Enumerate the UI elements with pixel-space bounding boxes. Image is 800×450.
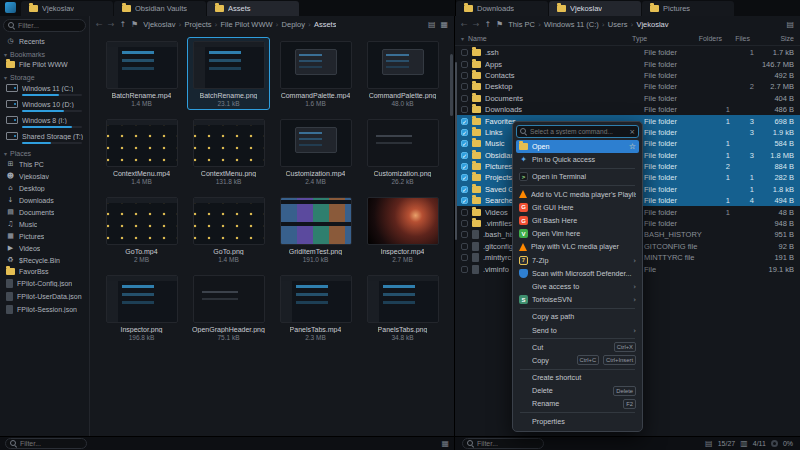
file-tile-contextmenu-png[interactable]: ContextMenu.png131.8 kB (187, 115, 270, 188)
menu-item-tortoisesvn[interactable]: STortoiseSVN› (516, 293, 639, 306)
left-pane-filter-input[interactable] (20, 440, 82, 447)
sidebar-item-fpilot-userdata-json[interactable]: FPilot-UserData.json (0, 290, 89, 303)
up-icon[interactable]: ↑ (119, 20, 126, 29)
sidebar-item-vjekoslav[interactable]: ☻Vjekoslav (0, 170, 89, 182)
table-row-downloads[interactable]: DownloadsFile folder1486 B (455, 104, 800, 115)
breadcrumb-segment[interactable]: Assets (314, 20, 337, 29)
row-checkbox[interactable]: ✓ (461, 163, 468, 170)
menu-item-rename[interactable]: RenameF2 (516, 397, 639, 410)
sidebar-item-favorbss[interactable]: FavorBss (0, 266, 89, 277)
sidebar-item-fpilot-session-json[interactable]: FPilot-Session.json (0, 303, 89, 316)
menu-item-cut[interactable]: CutCtrl+X (516, 341, 639, 354)
chevron-down-icon[interactable]: ▾ (461, 35, 464, 42)
tab-vjekoslav[interactable]: Vjekoslav (21, 1, 113, 16)
table-row-ssh[interactable]: .sshFile folder11.7 kB (455, 47, 800, 58)
sidebar-item-videos[interactable]: ▶Videos (0, 242, 89, 254)
menu-item-scan-with-microsoft-defender[interactable]: Scan with Microsoft Defender... (516, 267, 639, 280)
back-icon[interactable]: ← (461, 20, 468, 29)
menu-item-git-bash-here[interactable]: GGit Bash Here (516, 214, 639, 227)
breadcrumb-segment[interactable]: File Pilot WWW (220, 20, 272, 29)
sidebar-item-windows-8-i[interactable]: Windows 8 (I:) (0, 114, 89, 130)
forward-icon[interactable]: → (473, 20, 480, 29)
row-checkbox[interactable]: ✓ (461, 186, 468, 193)
file-tile-commandpalette-png[interactable]: CommandPalette.png48.0 kB (361, 37, 444, 110)
breadcrumb-segment[interactable]: This PC (508, 20, 535, 29)
row-checkbox[interactable] (461, 95, 468, 102)
breadcrumb-segment[interactable]: Vjekoslav (143, 20, 175, 29)
row-checkbox[interactable]: ✓ (461, 197, 468, 204)
section-header-storage[interactable]: ▾Storage (0, 70, 89, 82)
file-tile-opengraphheader-png[interactable]: OpenGraphHeader.png75.1 kB (187, 271, 270, 344)
sidebar-item-music[interactable]: ♫Music (0, 218, 89, 230)
row-checkbox[interactable] (461, 49, 468, 56)
row-checkbox[interactable] (461, 61, 468, 68)
right-pane-filter-input[interactable] (477, 440, 539, 447)
bookmark-flag-icon[interactable]: ⚑ (131, 20, 138, 29)
command-search-input[interactable] (530, 128, 626, 135)
row-checkbox[interactable] (461, 220, 468, 227)
menu-item-properties[interactable]: Properties (516, 415, 639, 428)
file-tile-customization-mp4[interactable]: Customization.mp42.4 MB (274, 115, 357, 188)
sidebar-item-fpilot-config-json[interactable]: FPilot-Config.json (0, 277, 89, 290)
back-icon[interactable]: ← (96, 20, 103, 29)
sidebar-item-recents[interactable]: ◷Recents (0, 35, 89, 47)
menu-item-delete[interactable]: DeleteDelete (516, 384, 639, 397)
breadcrumb-segment[interactable]: Projects (184, 20, 211, 29)
file-tile-customization-png[interactable]: Customization.png26.2 kB (361, 115, 444, 188)
file-tile-goto-mp4[interactable]: GoTo.mp42 MB (100, 193, 183, 266)
row-checkbox[interactable]: ✓ (461, 152, 468, 159)
tab-downloads[interactable]: Downloads (456, 1, 548, 16)
file-tile-batchrename-png[interactable]: BatchRename.png23.1 kB (187, 37, 270, 110)
forward-icon[interactable]: → (108, 20, 115, 29)
menu-item-copy-as-path[interactable]: Copy as path (516, 310, 639, 323)
sidebar-item-file-pilot-www[interactable]: File Pilot WWW (0, 59, 89, 70)
row-checkbox[interactable] (461, 106, 468, 113)
file-tile-panelstabs-mp4[interactable]: PanelsTabs.mp42.3 MB (274, 271, 357, 344)
sidebar-item-shared-storage-t[interactable]: Shared Storage (T:) (0, 130, 89, 146)
row-checkbox[interactable] (461, 209, 468, 216)
table-row-contacts[interactable]: ContactsFile folder492 B (455, 70, 800, 81)
row-checkbox[interactable] (461, 83, 468, 90)
close-icon[interactable]: × (629, 128, 635, 136)
row-checkbox[interactable]: ✓ (461, 174, 468, 181)
row-checkbox[interactable] (461, 266, 468, 273)
sidebar-item-downloads[interactable]: ↓Downloads (0, 194, 89, 206)
up-icon[interactable]: ↑ (484, 20, 491, 29)
column-header-files[interactable]: Files (726, 35, 750, 42)
row-checkbox[interactable]: ✓ (461, 140, 468, 147)
row-checkbox[interactable] (461, 72, 468, 79)
file-tile-griditemtest-png[interactable]: GridItemTest.png191.0 kB (274, 193, 357, 266)
row-checkbox[interactable] (461, 231, 468, 238)
list-icon[interactable]: ▥ (740, 439, 748, 448)
table-row-apps[interactable]: AppsFile folder146.7 MB (455, 58, 800, 69)
right-scrollbar[interactable] (455, 62, 457, 240)
file-tile-batchrename-mp4[interactable]: BatchRename.mp41.4 MB (100, 37, 183, 110)
row-checkbox[interactable]: ✓ (461, 129, 468, 136)
tab-vjekoslav[interactable]: Vjekoslav (549, 1, 641, 16)
menu-item-play-with-vlc-media-player[interactable]: Play with VLC media player (516, 240, 639, 253)
file-tile-commandpalette-mp4[interactable]: CommandPalette.mp41.6 MB (274, 37, 357, 110)
menu-item-open[interactable]: Open☆ (516, 140, 639, 153)
breadcrumb-segment[interactable]: Vjekoslav (636, 20, 668, 29)
file-tile-panelstabs-png[interactable]: PanelsTabs.png34.8 kB (361, 271, 444, 344)
sidebar-item-pictures[interactable]: ▦Pictures (0, 230, 89, 242)
layers-icon[interactable]: ▤ (705, 439, 713, 448)
breadcrumb-segment[interactable]: Windows 11 (C:) (544, 20, 599, 29)
column-header-size[interactable]: Size (754, 35, 800, 42)
row-checkbox[interactable] (461, 254, 468, 261)
row-checkbox[interactable] (461, 243, 468, 250)
menu-item-open-in-terminal[interactable]: >Open in Terminal (516, 170, 639, 183)
breadcrumb-segment[interactable]: Users (608, 20, 628, 29)
sidebar-item-desktop[interactable]: ⌂Desktop (0, 182, 89, 194)
file-tile-inspector-png[interactable]: Inspector.png196.8 kB (100, 271, 183, 344)
menu-item-create-shortcut[interactable]: Create shortcut (516, 371, 639, 384)
column-header-folders[interactable]: Folders (694, 35, 722, 42)
left-scrollbar[interactable] (450, 54, 453, 116)
column-header-type[interactable]: Type (632, 35, 690, 42)
menu-item-git-gui-here[interactable]: GGit GUI Here (516, 201, 639, 214)
menu-item-copy[interactable]: CopyCtrl+CCtrl+Insert (516, 354, 639, 367)
menu-item-send-to[interactable]: Send to› (516, 323, 639, 336)
sidebar-item-windows-11-c[interactable]: Windows 11 (C:) (0, 82, 89, 98)
tab-pictures[interactable]: Pictures (642, 1, 734, 16)
menu-item-give-access-to[interactable]: Give access to› (516, 280, 639, 293)
